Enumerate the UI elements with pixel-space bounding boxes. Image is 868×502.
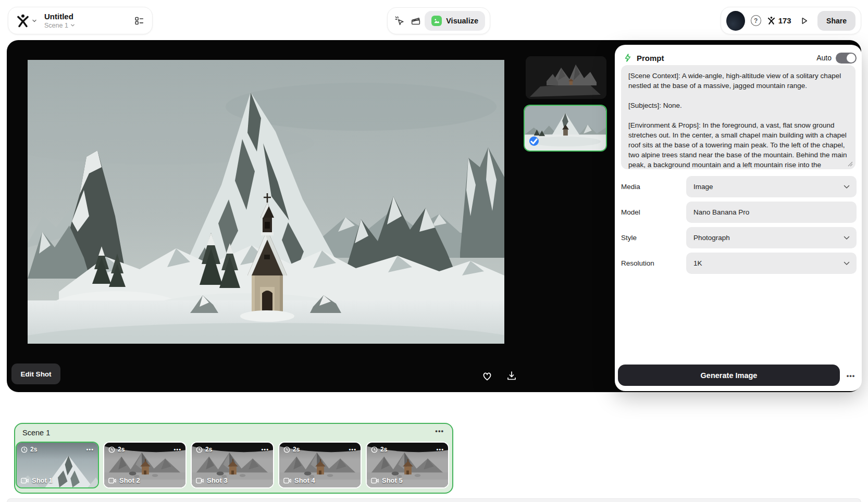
- clapperboard-icon: [410, 15, 421, 27]
- credits-count: 173: [778, 16, 791, 25]
- app-logo-menu[interactable]: [16, 14, 37, 28]
- panel-title: Prompt: [637, 54, 664, 62]
- visualize-label: Visualize: [446, 17, 478, 25]
- board-view-icon: [133, 15, 145, 27]
- project-info: Untitled Scene 1: [44, 12, 75, 29]
- chevron-down-icon: [844, 185, 850, 189]
- shot-card-3[interactable]: 2s ••• Shot 3: [191, 442, 274, 488]
- shot-card-1[interactable]: 2s ••• Shot 1: [16, 442, 99, 488]
- prompt-panel-header: Prompt Auto: [623, 52, 857, 64]
- app-logo-icon: [16, 14, 30, 28]
- style-label: Style: [621, 227, 637, 248]
- media-select[interactable]: Image: [686, 176, 857, 197]
- video-camera-icon: [108, 478, 116, 484]
- shot-more-button[interactable]: •••: [436, 446, 444, 453]
- image-icon: [431, 16, 442, 26]
- generate-more-button[interactable]: •••: [844, 369, 858, 382]
- download-icon: [505, 370, 518, 382]
- select-tool-button[interactable]: [392, 12, 407, 30]
- resolution-label: Resolution: [621, 253, 654, 274]
- share-button[interactable]: Share: [817, 11, 855, 31]
- duration-chip: 2s: [108, 446, 125, 453]
- selected-check-badge: [529, 136, 539, 146]
- clock-icon: [371, 446, 378, 453]
- shot-card-5[interactable]: 2s ••• Shot 5: [366, 442, 449, 488]
- project-title[interactable]: Untitled: [44, 12, 75, 21]
- shot-label: Shot 4: [294, 476, 315, 484]
- scene-title: Scene 1: [22, 429, 50, 437]
- ellipsis-icon: •••: [435, 427, 444, 435]
- ellipsis-icon: •••: [261, 446, 269, 453]
- play-button[interactable]: [797, 14, 811, 28]
- prompt-textarea[interactable]: [Scene Context]: A wide-angle, high-alti…: [621, 65, 855, 169]
- project-card: Untitled Scene 1: [8, 7, 153, 34]
- clock-icon: [21, 446, 28, 453]
- video-camera-icon: [283, 478, 291, 484]
- duration-chip: 2s: [371, 446, 387, 453]
- model-select[interactable]: Nano Banana Pro: [686, 202, 857, 223]
- style-select[interactable]: Photograph: [686, 227, 857, 248]
- generate-image-button[interactable]: Generate Image: [618, 365, 840, 386]
- resolution-select[interactable]: 1K: [686, 253, 857, 274]
- visualize-tab[interactable]: Visualize: [425, 11, 485, 31]
- mountain-chapel-image: [28, 60, 504, 344]
- duration-chip: 2s: [196, 446, 212, 453]
- style-field: Style Photograph: [621, 227, 858, 248]
- resize-handle-icon[interactable]: [848, 161, 853, 167]
- model-label: Model: [621, 202, 640, 223]
- shot-card-4[interactable]: 2s ••• Shot 4: [278, 442, 362, 488]
- lightning-icon: [623, 53, 633, 62]
- media-field: Media Image: [621, 176, 858, 197]
- scene-group: Scene 1 ••• 2s •••: [14, 423, 453, 494]
- ellipsis-icon: •••: [847, 372, 855, 380]
- scene-selector-label: Scene 1: [44, 22, 68, 29]
- shot-preview-image[interactable]: [28, 60, 504, 344]
- scene-more-button[interactable]: •••: [435, 427, 444, 435]
- clapperboard-button[interactable]: [408, 12, 423, 30]
- duration-chip: 2s: [283, 446, 300, 453]
- help-button[interactable]: ?: [751, 15, 761, 26]
- shot-card-2[interactable]: 2s ••• Shot 2: [103, 442, 187, 488]
- duration-chip: 2s: [21, 446, 37, 453]
- favorite-button[interactable]: [480, 369, 494, 383]
- shot-more-button[interactable]: •••: [173, 446, 181, 453]
- chevron-down-icon: [844, 261, 850, 266]
- resolution-field: Resolution 1K: [621, 253, 858, 274]
- prompt-panel: Prompt Auto [Scene Context]: A wide-angl…: [615, 45, 862, 391]
- auto-toggle[interactable]: [836, 53, 857, 64]
- edit-shot-button[interactable]: Edit Shot: [11, 363, 60, 384]
- clock-icon: [196, 446, 203, 453]
- credits-counter[interactable]: 173: [767, 16, 791, 25]
- video-camera-icon: [21, 478, 29, 484]
- scene-selector[interactable]: Scene 1: [44, 22, 75, 29]
- shot-more-button[interactable]: •••: [86, 446, 94, 453]
- ellipsis-icon: •••: [173, 446, 181, 453]
- shot-label: Shot 2: [119, 476, 140, 484]
- shot-more-button[interactable]: •••: [349, 446, 356, 453]
- clock-icon: [283, 446, 290, 453]
- cursor-click-icon: [394, 15, 405, 27]
- ellipsis-icon: •••: [436, 446, 444, 453]
- chevron-down-icon: [32, 18, 37, 23]
- heart-icon: [481, 370, 493, 382]
- avatar[interactable]: [726, 11, 745, 31]
- board-view-button[interactable]: [133, 15, 145, 27]
- chevron-down-icon: [844, 236, 850, 240]
- blockout-preview-image: [526, 56, 606, 99]
- shot-label: Shot 1: [32, 476, 53, 484]
- variant-thumbnail-selected[interactable]: [524, 105, 607, 152]
- play-icon: [798, 15, 810, 27]
- variant-thumbnail-blockout[interactable]: [526, 56, 606, 99]
- app-root: Untitled Scene 1: [0, 0, 868, 502]
- check-icon: [529, 136, 539, 146]
- auto-label: Auto: [816, 54, 832, 62]
- mode-toolbar: Visualize: [387, 7, 490, 34]
- clock-icon: [108, 446, 115, 453]
- shot-more-button[interactable]: •••: [261, 446, 269, 453]
- prompt-text: [Scene Context]: A wide-angle, high-alti…: [628, 71, 848, 169]
- download-button[interactable]: [504, 369, 519, 383]
- ellipsis-icon: •••: [349, 446, 356, 453]
- video-camera-icon: [196, 478, 204, 484]
- chevron-down-icon: [70, 23, 75, 28]
- ellipsis-icon: •••: [86, 446, 94, 453]
